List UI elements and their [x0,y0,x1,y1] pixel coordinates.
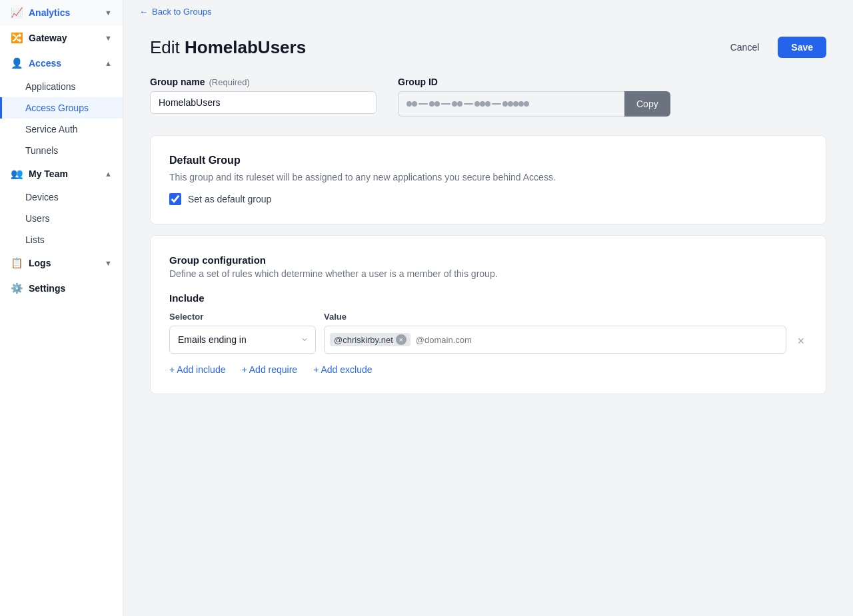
header-actions: Cancel Save [720,37,826,58]
include-label: Include [169,292,807,304]
chevron-down-icon: ▼ [105,34,112,42]
group-id-field: Group ID Copy [398,77,670,117]
top-bar: ← Back to Groups [123,0,853,23]
selector-select[interactable]: Emails ending in Emails Country IP Range… [169,326,316,354]
sidebar-item-gateway[interactable]: 🔀 Gateway ▼ [0,25,123,51]
email-tag: @chriskirby.net × [330,333,411,346]
group-id-value [398,91,624,117]
group-name-field: Group name (Required) [150,77,377,117]
chevron-up-icon: ▲ [105,170,112,178]
logs-icon: 📋 [11,257,23,269]
settings-icon: ⚙️ [11,282,23,294]
default-group-desc: This group and its ruleset will be assig… [169,172,807,182]
sidebar-item-service-auth[interactable]: Service Auth [0,119,123,140]
group-config-title: Group configuration [169,254,807,266]
selector-field: Selector Emails ending in Emails Country… [169,312,316,354]
sidebar-item-tunnels[interactable]: Tunnels [0,140,123,161]
sidebar-item-devices[interactable]: Devices [0,186,123,208]
group-config-card: Group configuration Define a set of rule… [150,235,826,394]
back-to-groups-link[interactable]: ← Back to Groups [139,7,837,17]
left-arrow-icon: ← [139,7,148,17]
group-name-input[interactable] [150,91,377,114]
sidebar-item-my-team[interactable]: 👥 My Team ▲ [0,161,123,186]
chevron-down-icon: ▼ [105,259,112,267]
add-include-button[interactable]: + Add include [169,364,225,375]
group-config-desc: Define a set of rules which determine wh… [169,268,807,279]
group-name-label: Group name (Required) [150,77,377,87]
rule-labels-row: Selector Emails ending in Emails Country… [169,312,807,354]
group-id-row: Copy [398,91,670,117]
main-content: ← Back to Groups Edit HomelabUsers Cance… [123,0,853,616]
chevron-down-icon: ▼ [105,9,112,17]
domain-input[interactable] [413,334,781,346]
default-group-checkbox[interactable] [169,193,181,205]
page-title: Edit HomelabUsers [150,37,306,58]
default-group-title: Default Group [169,154,807,166]
sidebar-item-applications[interactable]: Applications [0,76,123,97]
default-group-checkbox-row: Set as default group [169,193,807,205]
sidebar-item-logs[interactable]: 📋 Logs ▼ [0,250,123,276]
sidebar-item-users[interactable]: Users [0,208,123,229]
gateway-icon: 🔀 [11,32,23,44]
sidebar-item-lists[interactable]: Lists [0,229,123,250]
remove-rule-button[interactable]: × [794,332,807,351]
access-icon: 👤 [11,57,23,69]
copy-button[interactable]: Copy [624,91,670,117]
page-header: Edit HomelabUsers Cancel Save [150,37,826,58]
form-row: Group name (Required) Group ID [150,77,826,117]
sidebar-item-settings[interactable]: ⚙️ Settings [0,276,123,301]
selector-label: Selector [169,312,316,322]
default-group-card: Default Group This group and its ruleset… [150,135,826,224]
analytics-icon: 📈 [11,7,23,19]
tag-remove-button[interactable]: × [396,334,407,345]
sidebar: 📈 Analytics ▼ 🔀 Gateway ▼ 👤 Access ▲ App… [0,0,123,616]
save-button[interactable]: Save [778,37,826,58]
add-actions: + Add include + Add require + Add exclud… [169,364,807,375]
add-require-button[interactable]: + Add require [241,364,297,375]
add-exclude-button[interactable]: + Add exclude [313,364,372,375]
value-input-container[interactable]: @chriskirby.net × [324,326,786,354]
content-area: Edit HomelabUsers Cancel Save Group name… [123,23,853,432]
chevron-up-icon: ▲ [105,59,112,67]
sidebar-item-access-groups[interactable]: Access Groups [0,97,123,119]
default-group-checkbox-label: Set as default group [188,194,271,204]
my-team-icon: 👥 [11,168,23,180]
sidebar-item-access[interactable]: 👤 Access ▲ [0,51,123,76]
group-id-label: Group ID [398,77,670,87]
value-field: Value @chriskirby.net × [324,312,786,354]
sidebar-item-analytics[interactable]: 📈 Analytics ▼ [0,0,123,25]
cancel-button[interactable]: Cancel [720,37,770,58]
value-label: Value [324,312,786,322]
